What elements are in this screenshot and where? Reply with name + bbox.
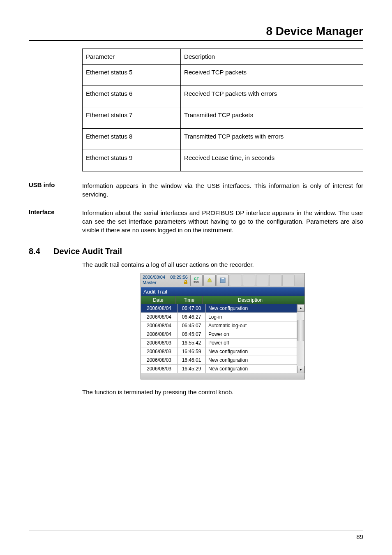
audit-cell-date: 2006/08/04 — [141, 304, 178, 313]
cf-label: CF — [194, 277, 199, 281]
audit-cell-desc: Automatic log-out — [206, 321, 304, 330]
audit-cell-desc: New configuration — [206, 365, 304, 373]
param-cell: Transmitted TCP packets — [181, 107, 363, 129]
audit-cell-desc: Power on — [206, 330, 304, 339]
status-time: 08:29:56 — [170, 275, 188, 280]
toolbar-slot — [282, 275, 295, 286]
svg-rect-3 — [223, 278, 224, 279]
screenshot-statusbar: 2006/08/04 Master 08:29:56 CF 99 — [141, 273, 304, 287]
col-header-desc: Description — [203, 296, 304, 304]
section-outro: The function is terminated by pressing t… — [82, 388, 363, 396]
audit-cell-date: 2006/08/03 — [141, 339, 178, 347]
audit-cell-desc: New configuration — [206, 356, 304, 365]
scroll-up-button[interactable]: ▲ — [297, 304, 304, 312]
audit-row[interactable]: 2006/08/0406:45:07Automatic log-out — [141, 321, 304, 330]
cf-card-icon: CF 99% — [190, 275, 203, 286]
audit-row[interactable]: 2006/08/0316:46:59New configuration — [141, 347, 304, 356]
lock-icon — [184, 280, 188, 285]
page-number: 89 — [356, 533, 363, 540]
audit-row[interactable]: 2006/08/0406:46:27Log-in — [141, 313, 304, 321]
footer-rule — [29, 530, 363, 530]
audit-cell-time: 06:45:07 — [178, 330, 206, 339]
param-cell: Received TCP packets — [181, 65, 363, 86]
status-user: Master — [143, 280, 165, 285]
audit-cell-date: 2006/08/04 — [141, 313, 178, 321]
param-header-parameter: Parameter — [83, 49, 181, 65]
section-number: 8.4 — [29, 247, 53, 256]
param-cell: Ethernet status 7 — [83, 107, 181, 129]
toolbar-slot — [243, 275, 255, 286]
keypad-icon — [217, 275, 229, 286]
col-header-date: Date — [141, 296, 176, 304]
audit-trail-screenshot: 2006/08/04 Master 08:29:56 CF 99 — [141, 273, 305, 379]
usb-info-label: USB info — [29, 181, 82, 199]
audit-cell-desc: New configuration — [206, 347, 304, 356]
col-header-time: Time — [176, 296, 203, 304]
status-date: 2006/08/04 — [143, 275, 165, 280]
param-cell: Received Lease time, in seconds — [181, 150, 363, 171]
audit-cell-desc: Log-in — [206, 313, 304, 321]
param-cell: Ethernet status 6 — [83, 86, 181, 107]
audit-row[interactable]: 2006/08/0316:46:01New configuration — [141, 356, 304, 365]
audit-row[interactable]: 2006/08/0316:55:42Power off — [141, 339, 304, 347]
scroll-thumb[interactable] — [297, 320, 304, 341]
audit-cell-time: 16:46:01 — [178, 356, 206, 365]
audit-cell-date: 2006/08/03 — [141, 347, 178, 356]
parameter-table: Parameter Description Ethernet status 5R… — [82, 49, 363, 171]
audit-cell-date: 2006/08/03 — [141, 356, 178, 365]
audit-cell-time: 06:45:07 — [178, 321, 206, 330]
scroll-down-button[interactable]: ▼ — [297, 366, 304, 373]
toolbar-slot — [269, 275, 281, 286]
screenshot-title: Audit Trail — [141, 287, 304, 296]
interface-text: Information about the serial interfaces … — [82, 208, 363, 234]
param-header-description: Description — [181, 49, 363, 65]
param-cell: Transmitted TCP packets with errors — [181, 129, 363, 150]
audit-cell-time: 16:46:59 — [178, 347, 206, 356]
audit-cell-date: 2006/08/03 — [141, 365, 178, 373]
audit-row[interactable]: 2006/08/0316:45:29New configuration — [141, 365, 304, 373]
scrollbar[interactable]: ▲ ▼ — [297, 304, 304, 373]
param-cell: Ethernet status 9 — [83, 150, 181, 171]
audit-table-body: 2006/08/0406:47:00New configuration2006/… — [141, 304, 304, 373]
audit-table-header: Date Time Description — [141, 296, 304, 304]
toolbar-slot — [256, 275, 268, 286]
section-title: Device Audit Trail — [53, 247, 122, 256]
svg-rect-2 — [222, 278, 223, 279]
audit-cell-desc: New configuration — [206, 304, 304, 313]
audit-row[interactable]: 2006/08/0406:45:07Power on — [141, 330, 304, 339]
alarm-icon — [203, 275, 216, 286]
interface-label: Interface — [29, 208, 82, 234]
audit-cell-time: 16:45:29 — [178, 365, 206, 373]
scroll-track[interactable] — [297, 312, 304, 366]
audit-cell-time: 06:47:00 — [178, 304, 206, 313]
param-cell: Received TCP packets with errors — [181, 86, 363, 107]
audit-row[interactable]: 2006/08/0406:47:00New configuration — [141, 304, 304, 313]
audit-cell-time: 16:55:42 — [178, 339, 206, 347]
param-cell: Ethernet status 8 — [83, 129, 181, 150]
section-intro: The audit trail contains a log of all us… — [82, 260, 363, 269]
screenshot-footer — [141, 373, 304, 379]
chapter-title: 8 Device Manager — [29, 25, 363, 38]
audit-cell-date: 2006/08/04 — [141, 321, 178, 330]
usb-info-text: Information appears in the window via th… — [82, 181, 363, 199]
param-cell: Ethernet status 5 — [83, 65, 181, 86]
cf-percent: 99% — [194, 281, 199, 284]
toolbar-slot — [230, 275, 242, 286]
audit-cell-date: 2006/08/04 — [141, 330, 178, 339]
audit-cell-time: 06:46:27 — [178, 313, 206, 321]
svg-rect-1 — [221, 278, 221, 279]
audit-cell-desc: Power off — [206, 339, 304, 347]
